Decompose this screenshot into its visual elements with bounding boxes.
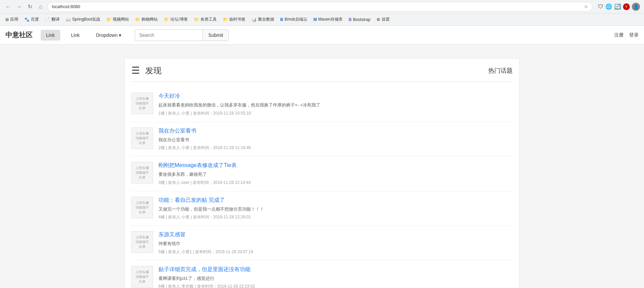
apps-icon: ⊞ [5, 17, 9, 22]
search-button[interactable]: Submit [202, 29, 229, 41]
avatar: 上传头像功能做不出来 [131, 197, 153, 218]
bootstrap-icon: B [349, 17, 352, 22]
bookmark-baidu[interactable]: 🐾 百度 [22, 15, 42, 24]
maven-icon: M [314, 17, 317, 22]
bookmark-temp[interactable]: 📁 临时书签 [220, 15, 248, 24]
bookmark-video[interactable]: 📁 视频网站 [104, 15, 132, 24]
table-row: 上传头像功能做不出来 东源又感冒 仲要有纸巾 5楼 | 发布人:小黄1 | 发布… [131, 226, 513, 261]
post-title[interactable]: 功能：看自己发的贴 完成了 [158, 197, 513, 204]
video-icon: 📁 [106, 17, 111, 22]
home-button[interactable]: ⌂ [37, 3, 45, 11]
translate-icon: 📄 [45, 17, 50, 22]
search-input[interactable] [135, 29, 202, 41]
avatar: 上传头像功能做不出来 [131, 231, 153, 253]
shop-icon: 📁 [135, 17, 140, 22]
post-summary: 又做完一个功能，但是我一点都不想做分页功能！！！ [158, 206, 513, 213]
refresh-button[interactable]: ↻ [26, 3, 34, 11]
login-link[interactable]: 登录 [629, 32, 639, 38]
navbar-right: 注册 登录 [614, 32, 639, 38]
url-text: localhost:8080 [52, 4, 80, 9]
post-meta: 4楼 | 发布人:小黄 | 发布时间：2019-11-28 12:26:01 [158, 214, 513, 220]
post-summary: 起床就看看老妈给我发的微信，让我多穿衣服，然后我换了件厚的裤子=- =冷死我了 [158, 102, 513, 109]
post-content: 我在办公室看书 我在办公室看书 2楼 | 发布人:小黄 | 发布时间：2019-… [158, 127, 513, 151]
bookmark-temp-label: 临时书签 [229, 17, 245, 22]
post-content: 贴子详细页完成，但是里面还没有功能 看网课看到p31了，感觉还行 6楼 | 发布… [158, 266, 513, 288]
post-summary: 看网课看到p31了，感觉还行 [158, 275, 513, 282]
back-button[interactable]: ← [4, 3, 12, 11]
juhe-icon: 📊 [252, 17, 257, 22]
post-title[interactable]: 东源又感冒 [158, 231, 513, 238]
page-header: ☰ 发现 热门话题 [131, 65, 513, 76]
content-area: ☰ 发现 热门话题 上传头像功能做不出来 今天好冷 起床就看看老妈给我发的微信，… [124, 58, 520, 288]
bookmarks-bar: ⊞ 应用 🐾 百度 📄 翻译 📖 SpringBoot实战 📁 视频网站 📁 购… [0, 14, 644, 26]
post-title[interactable]: 今天好冷 [158, 93, 513, 100]
post-meta: 5楼 | 发布人:小黄1 | 发布时间：2019-11-28 20:07:19 [158, 249, 513, 255]
ext-icon-4[interactable]: Y [623, 3, 630, 10]
bmob-icon: B [280, 17, 283, 22]
register-link[interactable]: 注册 [614, 32, 624, 38]
nav-link-1[interactable]: Link [41, 30, 60, 41]
bookmark-settings[interactable]: ⚙ 设置 [374, 15, 392, 24]
divider [131, 81, 513, 82]
avatar: 上传头像功能做不出来 [131, 127, 153, 149]
baidu-icon: 🐾 [24, 17, 29, 22]
post-meta: 2楼 | 发布人:小黄 | 发布时间：2019-11-28 11:16:46 [158, 145, 513, 151]
forum-icon: 📁 [164, 17, 169, 22]
post-content: 东源又感冒 仲要有纸巾 5楼 | 发布人:小黄1 | 发布时间：2019-11-… [158, 231, 513, 255]
post-meta: 3楼 | 发布人:user | 发布时间：2019-11-28 22:14:44 [158, 180, 513, 186]
bookmark-apps-label: 应用 [10, 17, 18, 22]
post-meta: 6楼 | 发布人:李忠毅 | 发布时间：2019-11-28 22:23:02 [158, 284, 513, 288]
chevron-down-icon: ▾ [119, 32, 121, 38]
post-title[interactable]: 刚刚把Message表修改成了Tie表 [158, 162, 513, 169]
ext-icon-1[interactable]: 🛡 [598, 4, 603, 10]
navbar-brand[interactable]: 中意社区 [5, 30, 33, 40]
bookmark-bootstrap[interactable]: B Bootstrap [346, 16, 373, 23]
forward-button[interactable]: → [15, 3, 23, 11]
bookmark-forum[interactable]: 📁 论坛/博客 [161, 15, 190, 24]
ext-icon-3[interactable]: 🔄 [614, 3, 621, 10]
bookmark-baidu-label: 百度 [31, 17, 39, 22]
search-form: Submit [135, 29, 229, 41]
avatar: 上传头像功能做不出来 [131, 162, 153, 184]
page-title-area: ☰ 发现 [131, 65, 162, 76]
bookmark-springboot[interactable]: 📖 SpringBoot实战 [63, 15, 103, 24]
list-icon: ☰ [131, 66, 140, 75]
bookmark-juhe[interactable]: 📊 聚合数据 [249, 15, 277, 24]
bookmark-tools-label: 各类工具 [200, 17, 217, 22]
table-row: 上传头像功能做不出来 今天好冷 起床就看看老妈给我发的微信，让我多穿衣服，然后我… [131, 87, 513, 122]
avatar: 上传头像功能做不出来 [131, 266, 153, 288]
bookmark-star-icon[interactable]: ☆ [584, 4, 588, 9]
table-row: 上传头像功能做不出来 功能：看自己发的贴 完成了 又做完一个功能，但是我一点都不… [131, 191, 513, 226]
bookmark-forum-label: 论坛/博客 [170, 17, 188, 22]
bookmark-apps[interactable]: ⊞ 应用 [3, 15, 21, 24]
ext-icon-2[interactable]: 🌐 [605, 3, 612, 10]
nav-link-2[interactable]: Link [66, 30, 85, 41]
bookmark-tools[interactable]: 📁 各类工具 [191, 15, 219, 24]
bookmark-video-label: 视频网站 [113, 17, 129, 22]
user-avatar-icon[interactable]: 👤 [632, 3, 640, 11]
post-title[interactable]: 贴子详细页完成，但是里面还没有功能 [158, 266, 513, 273]
avatar: 上传头像功能做不出来 [131, 93, 153, 114]
browser-bar: ← → ↻ ⌂ localhost:8080 ☆ 🛡 🌐 🔄 Y 👤 [0, 0, 644, 14]
post-summary: 仲要有纸巾 [158, 240, 513, 247]
tools-icon: 📁 [194, 17, 199, 22]
post-summary: 要改很多东西，麻烦死了 [158, 171, 513, 178]
nav-dropdown[interactable]: Dropdown ▾ [90, 30, 127, 41]
bookmark-bmob-label: Bmob后端云 [284, 17, 307, 22]
bookmark-maven[interactable]: M Maven存储库 [311, 15, 345, 24]
table-row: 上传头像功能做不出来 我在办公室看书 我在办公室看书 2楼 | 发布人:小黄 |… [131, 122, 513, 157]
springboot-icon: 📖 [66, 17, 71, 22]
page-title: 发现 [145, 65, 162, 76]
bookmark-shop[interactable]: 📁 购物网站 [132, 15, 160, 24]
settings-icon: ⚙ [377, 17, 380, 22]
bookmark-bmob[interactable]: B Bmob后端云 [278, 15, 310, 24]
dropdown-label: Dropdown [96, 32, 117, 38]
post-title[interactable]: 我在办公室看书 [158, 127, 513, 135]
bookmark-springboot-label: SpringBoot实战 [72, 17, 100, 22]
post-content: 功能：看自己发的贴 完成了 又做完一个功能，但是我一点都不想做分页功能！！！ 4… [158, 197, 513, 220]
bookmark-translate[interactable]: 📄 翻译 [42, 15, 62, 24]
main-container: ☰ 发现 热门话题 上传头像功能做不出来 今天好冷 起床就看看老妈给我发的微信，… [119, 58, 525, 288]
address-bar[interactable]: localhost:8080 ☆ [47, 2, 593, 11]
post-content: 今天好冷 起床就看看老妈给我发的微信，让我多穿衣服，然后我换了件厚的裤子=- =… [158, 93, 513, 116]
bookmark-settings-label: 设置 [382, 17, 390, 22]
